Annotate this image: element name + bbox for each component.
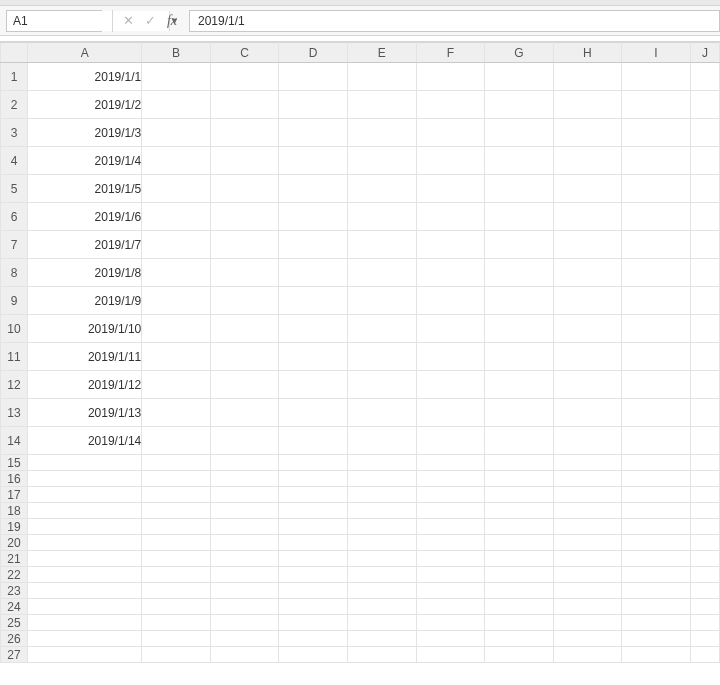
row-header[interactable]: 14 bbox=[1, 427, 28, 455]
cell[interactable] bbox=[416, 487, 485, 503]
cell[interactable] bbox=[553, 203, 622, 231]
cell[interactable] bbox=[142, 615, 211, 631]
cell[interactable] bbox=[416, 175, 485, 203]
cell[interactable] bbox=[416, 231, 485, 259]
cell[interactable] bbox=[690, 231, 719, 259]
cell[interactable] bbox=[142, 119, 211, 147]
cell[interactable] bbox=[279, 487, 348, 503]
cell[interactable] bbox=[210, 487, 279, 503]
cell[interactable] bbox=[485, 427, 554, 455]
cell[interactable] bbox=[485, 399, 554, 427]
cell[interactable] bbox=[553, 567, 622, 583]
cell[interactable] bbox=[28, 615, 142, 631]
cell[interactable] bbox=[553, 287, 622, 315]
cell[interactable] bbox=[690, 175, 719, 203]
cell[interactable] bbox=[485, 231, 554, 259]
column-header[interactable]: E bbox=[347, 43, 416, 63]
cell[interactable] bbox=[416, 599, 485, 615]
cell[interactable] bbox=[28, 471, 142, 487]
select-all-corner[interactable] bbox=[1, 43, 28, 63]
cell[interactable] bbox=[485, 343, 554, 371]
cell[interactable] bbox=[347, 399, 416, 427]
cell[interactable] bbox=[485, 455, 554, 471]
cell[interactable] bbox=[553, 91, 622, 119]
column-header[interactable]: H bbox=[553, 43, 622, 63]
cell[interactable] bbox=[553, 315, 622, 343]
cell[interactable] bbox=[347, 91, 416, 119]
cell[interactable] bbox=[210, 287, 279, 315]
row-header[interactable]: 18 bbox=[1, 503, 28, 519]
cell[interactable] bbox=[622, 583, 691, 599]
cell[interactable] bbox=[142, 231, 211, 259]
cell[interactable] bbox=[142, 427, 211, 455]
cell[interactable] bbox=[690, 471, 719, 487]
cell[interactable]: 2019/1/11 bbox=[28, 343, 142, 371]
cell[interactable] bbox=[416, 203, 485, 231]
cell[interactable] bbox=[347, 583, 416, 599]
cell[interactable]: 2019/1/6 bbox=[28, 203, 142, 231]
cell[interactable] bbox=[347, 535, 416, 551]
cell[interactable] bbox=[142, 399, 211, 427]
cell[interactable] bbox=[690, 343, 719, 371]
cell[interactable] bbox=[279, 119, 348, 147]
cell[interactable] bbox=[142, 315, 211, 343]
cell[interactable] bbox=[622, 599, 691, 615]
cell[interactable] bbox=[485, 487, 554, 503]
cell[interactable] bbox=[210, 119, 279, 147]
column-header[interactable]: B bbox=[142, 43, 211, 63]
cell[interactable] bbox=[485, 567, 554, 583]
cell[interactable] bbox=[279, 599, 348, 615]
cell[interactable] bbox=[416, 147, 485, 175]
cell[interactable] bbox=[210, 259, 279, 287]
cell[interactable] bbox=[347, 287, 416, 315]
row-header[interactable]: 11 bbox=[1, 343, 28, 371]
cell[interactable] bbox=[485, 647, 554, 663]
cell[interactable] bbox=[416, 315, 485, 343]
cell[interactable] bbox=[210, 583, 279, 599]
row-header[interactable]: 25 bbox=[1, 615, 28, 631]
cell[interactable] bbox=[416, 535, 485, 551]
cell[interactable] bbox=[485, 615, 554, 631]
cell[interactable] bbox=[142, 551, 211, 567]
cell[interactable] bbox=[690, 427, 719, 455]
cell[interactable] bbox=[622, 535, 691, 551]
cell[interactable] bbox=[142, 567, 211, 583]
row-header[interactable]: 19 bbox=[1, 519, 28, 535]
cell[interactable]: 2019/1/13 bbox=[28, 399, 142, 427]
cell[interactable] bbox=[142, 487, 211, 503]
cancel-icon[interactable]: ✕ bbox=[117, 10, 139, 32]
cell[interactable] bbox=[416, 371, 485, 399]
row-header[interactable]: 3 bbox=[1, 119, 28, 147]
cell[interactable] bbox=[210, 471, 279, 487]
cell[interactable] bbox=[279, 455, 348, 471]
cell[interactable] bbox=[347, 567, 416, 583]
cell[interactable] bbox=[210, 231, 279, 259]
cell[interactable] bbox=[416, 631, 485, 647]
cell[interactable] bbox=[416, 287, 485, 315]
cell[interactable] bbox=[690, 315, 719, 343]
cell[interactable] bbox=[142, 599, 211, 615]
cell[interactable] bbox=[347, 63, 416, 91]
cell[interactable] bbox=[690, 551, 719, 567]
cell[interactable] bbox=[210, 647, 279, 663]
cell[interactable] bbox=[142, 583, 211, 599]
cell[interactable] bbox=[553, 647, 622, 663]
cell[interactable] bbox=[485, 503, 554, 519]
cell[interactable] bbox=[553, 427, 622, 455]
cell[interactable] bbox=[416, 455, 485, 471]
cell[interactable] bbox=[416, 503, 485, 519]
cell[interactable] bbox=[485, 287, 554, 315]
cell[interactable] bbox=[28, 487, 142, 503]
cell[interactable] bbox=[210, 399, 279, 427]
cell[interactable] bbox=[347, 147, 416, 175]
cell[interactable] bbox=[279, 91, 348, 119]
fx-icon[interactable]: fx bbox=[161, 10, 183, 32]
cell[interactable] bbox=[142, 63, 211, 91]
formula-input[interactable] bbox=[190, 14, 719, 28]
cell[interactable] bbox=[142, 343, 211, 371]
cell[interactable] bbox=[485, 631, 554, 647]
cell[interactable] bbox=[553, 147, 622, 175]
cell[interactable] bbox=[142, 371, 211, 399]
cell[interactable] bbox=[622, 287, 691, 315]
cell[interactable] bbox=[690, 63, 719, 91]
